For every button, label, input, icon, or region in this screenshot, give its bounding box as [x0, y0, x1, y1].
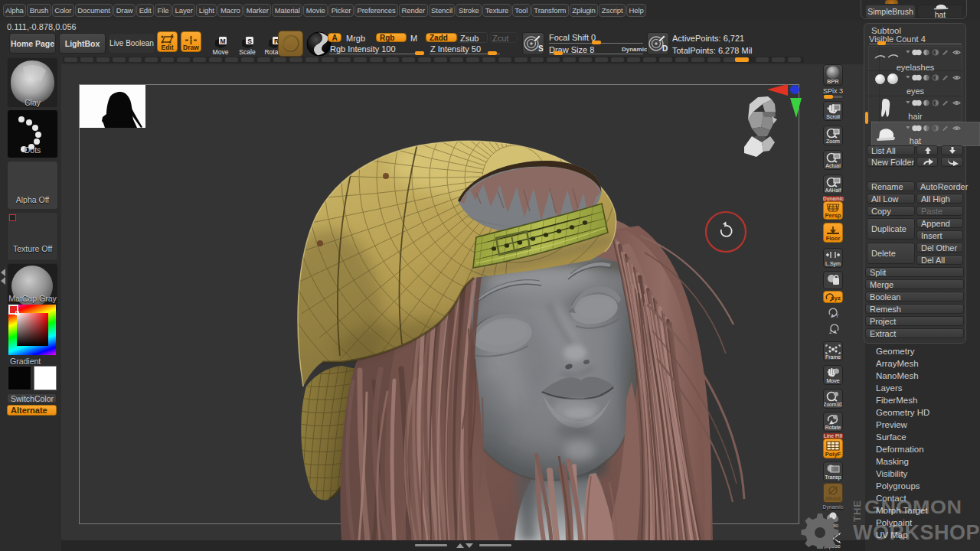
svg-text:Draw: Draw — [183, 44, 199, 51]
svg-text:Scroll: Scroll — [826, 114, 840, 119]
svg-text:Edit: Edit — [161, 44, 173, 51]
svg-text:Move: Move — [826, 378, 839, 383]
svg-text:Move: Move — [213, 48, 229, 56]
svg-text:D: D — [662, 44, 668, 53]
svg-text:Floor: Floor — [826, 235, 841, 242]
svg-text:L.Sym: L.Sym — [825, 261, 841, 267]
svg-text:THE: THE — [851, 500, 863, 522]
svg-text:Z: Z — [829, 329, 833, 334]
svg-text:Persp: Persp — [825, 212, 841, 219]
svg-text:M: M — [220, 37, 225, 45]
svg-text:xyz: xyz — [831, 295, 841, 302]
svg-text:Frame: Frame — [825, 354, 841, 360]
svg-text:S: S — [538, 44, 544, 53]
svg-text:Zoom3D: Zoom3D — [824, 402, 842, 407]
svg-text:Zoom: Zoom — [826, 139, 840, 144]
svg-text:AAHalf: AAHalf — [825, 187, 841, 193]
svg-text:Actual: Actual — [825, 163, 841, 168]
svg-text:S: S — [247, 37, 252, 45]
svg-text:BPR: BPR — [827, 78, 839, 85]
svg-text:WORKSHOP: WORKSHOP — [853, 521, 980, 544]
svg-text:Scale: Scale — [239, 48, 256, 56]
svg-text:Y: Y — [835, 313, 839, 318]
svg-text:Rotate: Rotate — [825, 425, 841, 430]
